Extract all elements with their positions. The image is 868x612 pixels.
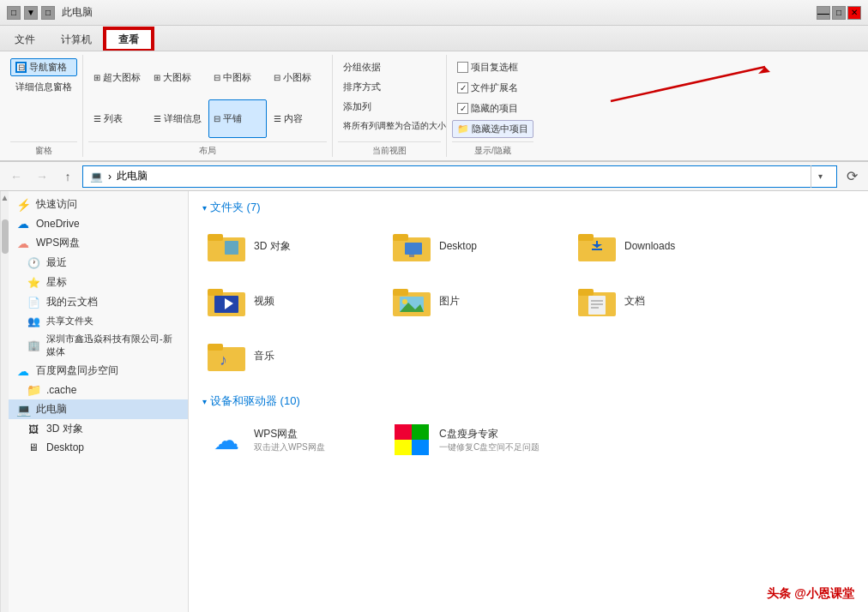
sidebar-item-shared[interactable]: 👥 共享文件夹 bbox=[9, 312, 188, 330]
folder-music[interactable]: ♪ 音乐 bbox=[202, 335, 374, 376]
shenzhen-label: 深圳市鑫迅焱科技有限公司-新媒体 bbox=[46, 333, 181, 358]
minimize-button[interactable]: — bbox=[817, 6, 830, 20]
folder-3d[interactable]: 3D 对象 bbox=[202, 225, 374, 267]
scrollbar-up-arrow[interactable]: ▲ bbox=[1, 191, 9, 202]
details-btn[interactable]: ☰详细信息 bbox=[148, 99, 207, 139]
folder-desktop[interactable]: Desktop bbox=[388, 225, 559, 267]
window-restore: □ bbox=[41, 6, 55, 20]
device-wps[interactable]: ☁ WPS网盘 双击进入WPS网盘 bbox=[202, 419, 374, 460]
sidebar-item-3d[interactable]: 🖼 3D 对象 bbox=[9, 419, 188, 439]
sidebar-item-onedrive[interactable]: ☁ OneDrive bbox=[9, 214, 188, 233]
device-wps-desc: 双击进入WPS网盘 bbox=[254, 441, 325, 453]
this-pc-label: 此电脑 bbox=[36, 402, 67, 417]
folder-pictures[interactable]: 图片 bbox=[388, 280, 559, 321]
menu-icon[interactable]: ▼ bbox=[24, 6, 38, 20]
folder-downloads-icon bbox=[576, 229, 618, 263]
devices-title: 设备和驱动器 (10) bbox=[210, 393, 300, 409]
svg-rect-35 bbox=[395, 440, 412, 455]
details-label: 详细信息 bbox=[164, 112, 202, 125]
svg-rect-8 bbox=[409, 255, 414, 257]
svg-rect-10 bbox=[578, 234, 594, 241]
title-bar-controls[interactable]: □ ▼ □ bbox=[7, 6, 55, 20]
starred-icon: ⭐ bbox=[26, 277, 41, 289]
tile-label: 平铺 bbox=[223, 112, 242, 125]
fit-columns-label: 将所有列调整为合适的大小 bbox=[343, 120, 446, 132]
device-cdisk[interactable]: C盘瘦身专家 一键修复C盘空间不足问题 bbox=[388, 419, 576, 460]
folder-3d-name: 3D 对象 bbox=[254, 239, 291, 254]
devices-grid: ☁ WPS网盘 双击进入WPS网盘 bbox=[202, 419, 854, 460]
tab-view[interactable]: 查看 bbox=[105, 28, 153, 51]
item-checkbox-btn[interactable]: 项目复选框 bbox=[452, 58, 533, 76]
folder-downloads[interactable]: Downloads bbox=[573, 225, 744, 267]
sidebar-item-baidu[interactable]: ☁ 百度网盘同步空间 bbox=[9, 361, 188, 381]
tab-computer[interactable]: 计算机 bbox=[48, 28, 105, 51]
tile-btn[interactable]: ⊟平铺 bbox=[208, 99, 267, 139]
watermark: 头条 @小恩课堂 bbox=[762, 585, 859, 603]
sidebar-item-this-pc[interactable]: 💻 此电脑 bbox=[9, 399, 188, 419]
title-bar: □ ▼ □ 此电脑 — □ ✕ bbox=[0, 0, 868, 26]
window-title: 此电脑 bbox=[62, 5, 93, 20]
content-label: 内容 bbox=[284, 112, 303, 125]
sidebar-item-desktop[interactable]: 🖥 Desktop bbox=[9, 439, 188, 456]
detail-pane-btn[interactable]: 详细信息窗格 bbox=[10, 78, 77, 96]
small-label: 小图标 bbox=[283, 71, 311, 84]
file-ext-btn[interactable]: 文件扩展名 bbox=[452, 79, 533, 97]
window-icon: □ bbox=[7, 6, 21, 20]
shenzhen-icon: 🏢 bbox=[26, 339, 41, 351]
folder-documents[interactable]: 文档 bbox=[573, 280, 744, 321]
cache-icon: 📁 bbox=[26, 383, 41, 397]
back-button[interactable]: ← bbox=[5, 165, 27, 188]
address-input[interactable]: 💻 › 此电脑 ▾ bbox=[82, 165, 837, 188]
sidebar-item-shenzhen[interactable]: 🏢 深圳市鑫迅焱科技有限公司-新媒体 bbox=[9, 330, 188, 361]
folders-title: 文件夹 (7) bbox=[210, 200, 261, 215]
folder-desktop-icon bbox=[391, 229, 432, 263]
group-by-btn[interactable]: 分组依据 bbox=[338, 58, 441, 76]
content-btn[interactable]: ☰内容 bbox=[268, 99, 327, 139]
nav-pane-icon: ⊟ bbox=[15, 62, 27, 73]
hidden-items-btn[interactable]: 隐藏的项目 bbox=[452, 99, 533, 117]
small-icon-btn[interactable]: ⊟小图标 bbox=[268, 58, 327, 98]
large-label: 大图标 bbox=[163, 71, 191, 84]
address-dropdown[interactable]: ▾ bbox=[811, 165, 829, 188]
sidebar-item-cache[interactable]: 📁 .cache bbox=[9, 381, 188, 399]
sidebar-item-my-docs[interactable]: 📄 我的云文档 bbox=[9, 292, 188, 312]
sidebar-scrollbar[interactable]: ▲ bbox=[0, 191, 9, 612]
address-chevron: › bbox=[108, 171, 112, 183]
xlarge-icon-btn[interactable]: ⊞超大图标 bbox=[88, 58, 147, 98]
fit-columns-btn[interactable]: 将所有列调整为合适的大小 bbox=[338, 117, 441, 135]
hide-selected-icon: 📁 bbox=[457, 123, 469, 135]
sort-btn[interactable]: 排序方式 bbox=[338, 78, 441, 96]
maximize-button[interactable]: □ bbox=[832, 6, 846, 20]
nav-pane-btn[interactable]: ⊟ 导航窗格 bbox=[10, 58, 77, 76]
showhide-content: 项目复选框 文件扩展名 隐藏的项目 📁 隐藏选中项目 bbox=[452, 58, 533, 138]
add-column-btn[interactable]: 添加列 bbox=[338, 98, 441, 116]
sidebar-item-quick-access[interactable]: ⚡ 快速访问 bbox=[9, 195, 188, 214]
tab-file[interactable]: 文件 bbox=[2, 28, 48, 51]
wps-cloud-label: WPS网盘 bbox=[36, 236, 80, 250]
list-btn[interactable]: ☰列表 bbox=[88, 99, 147, 139]
folder-video[interactable]: 视频 bbox=[202, 280, 374, 321]
nav-pane-label: 导航窗格 bbox=[29, 61, 67, 74]
sidebar-item-wps-cloud[interactable]: ☁ WPS网盘 bbox=[9, 233, 188, 253]
refresh-button[interactable]: ⟳ bbox=[841, 165, 863, 188]
svg-rect-34 bbox=[412, 424, 429, 440]
medium-label: 中图标 bbox=[223, 71, 251, 84]
medium-icon-btn[interactable]: ⊟中图标 bbox=[208, 58, 267, 98]
my-docs-icon: 📄 bbox=[26, 297, 41, 309]
devices-section-title: ▾ 设备和驱动器 (10) bbox=[202, 393, 854, 409]
scrollbar-thumb[interactable] bbox=[2, 219, 9, 254]
hide-selected-btn[interactable]: 📁 隐藏选中项目 bbox=[452, 120, 533, 138]
large-icon-btn[interactable]: ⊞大图标 bbox=[148, 58, 207, 98]
layout-group-label: 布局 bbox=[88, 141, 327, 157]
ribbon-group-pane: ⊟ 导航窗格 详细信息窗格 窗格 bbox=[5, 55, 83, 157]
forward-button[interactable]: → bbox=[31, 165, 53, 188]
file-ext-icon bbox=[457, 82, 468, 93]
folder-video-icon bbox=[206, 284, 247, 318]
sidebar-item-starred[interactable]: ⭐ 星标 bbox=[9, 273, 188, 292]
up-button[interactable]: ↑ bbox=[57, 165, 79, 188]
sidebar-item-recent[interactable]: 🕐 最近 bbox=[9, 253, 188, 273]
wps-cloud-icon: ☁ bbox=[15, 237, 31, 250]
this-pc-icon: 💻 bbox=[15, 403, 31, 417]
close-button[interactable]: ✕ bbox=[847, 6, 861, 20]
folders-chevron: ▾ bbox=[202, 203, 207, 213]
